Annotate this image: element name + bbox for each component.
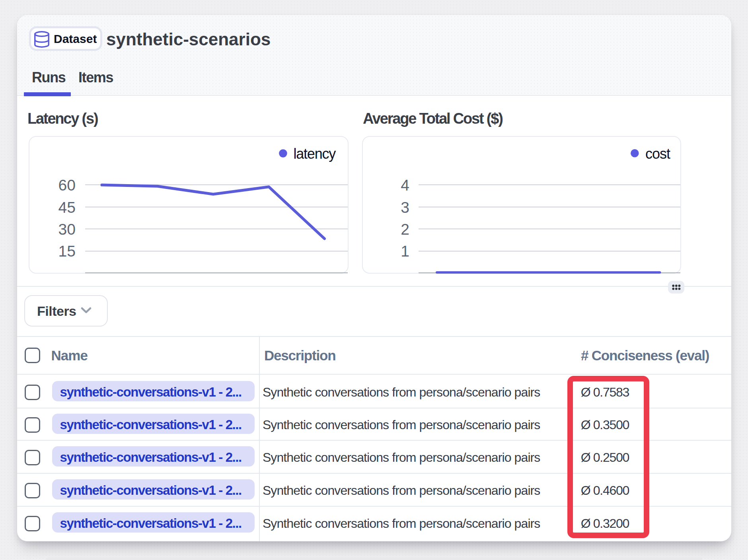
svg-text:cost: cost xyxy=(645,146,670,162)
svg-text:15: 15 xyxy=(58,243,76,260)
svg-text:45: 45 xyxy=(58,199,76,216)
svg-text:latency: latency xyxy=(293,146,336,162)
svg-text:60: 60 xyxy=(58,177,76,194)
svg-text:1: 1 xyxy=(401,243,409,260)
svg-text:2: 2 xyxy=(401,221,409,238)
svg-text:4: 4 xyxy=(401,177,409,194)
svg-text:3: 3 xyxy=(401,199,409,216)
svg-text:30: 30 xyxy=(58,221,76,238)
